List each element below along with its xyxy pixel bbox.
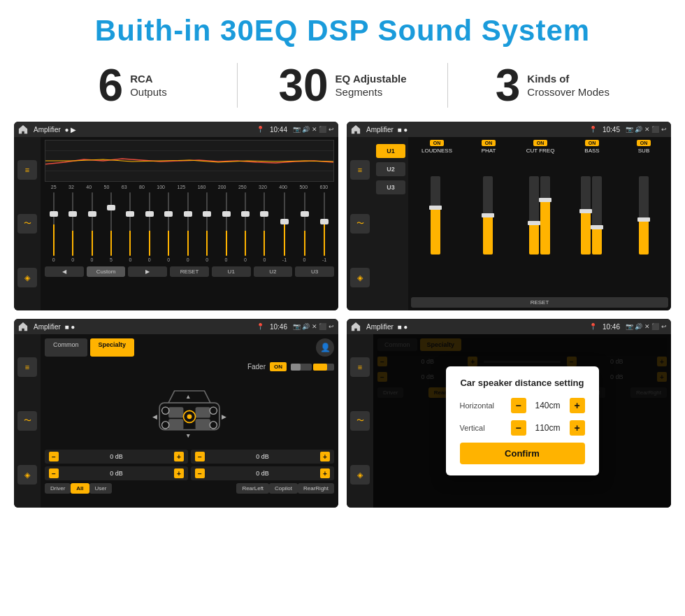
eq-slider-4[interactable]: 0 xyxy=(129,192,131,262)
fader-btn-user[interactable]: User xyxy=(89,483,113,494)
vol-minus-1[interactable]: − xyxy=(49,452,59,461)
home-icon-1 xyxy=(18,124,28,134)
eq-slider-8[interactable]: 0 xyxy=(206,192,208,262)
vertical-plus-btn[interactable]: + xyxy=(570,420,585,436)
xo-reset-btn[interactable]: RESET xyxy=(411,297,668,308)
eq-slider-11[interactable]: 0 xyxy=(263,192,266,262)
status-icons-4: 📍 xyxy=(589,323,597,330)
xo-preset-u2[interactable]: U2 xyxy=(376,162,405,176)
fader-h-sliders xyxy=(291,364,334,371)
user-icon[interactable]: 👤 xyxy=(316,338,334,357)
svg-rect-8 xyxy=(196,419,210,429)
eq-slider-3[interactable]: 5 xyxy=(110,192,113,262)
eq-side-btn-1[interactable]: ≡ xyxy=(17,160,37,180)
xo-preset-u3[interactable]: U3 xyxy=(376,180,405,194)
eq-slider-9[interactable]: 0 xyxy=(225,192,228,262)
xo-side-btn-1[interactable]: ≡ xyxy=(350,160,370,180)
xo-slider-phat[interactable] xyxy=(463,157,512,255)
eq-reset-btn[interactable]: RESET xyxy=(170,266,209,277)
fader-side-btn-2[interactable]: 〜 xyxy=(17,411,37,431)
svg-point-12 xyxy=(210,407,217,414)
eq-slider-12[interactable]: -1 xyxy=(282,192,287,262)
eq-side-btn-2[interactable]: 〜 xyxy=(17,214,37,234)
fader-header: Fader ON xyxy=(45,362,334,371)
vol-plus-3[interactable]: + xyxy=(174,468,184,478)
vol-minus-3[interactable]: − xyxy=(49,468,59,478)
eq-slider-7[interactable]: 0 xyxy=(187,192,189,262)
eq-slider-14[interactable]: -1 xyxy=(322,192,326,262)
xo-side-btn-3[interactable]: ◈ xyxy=(350,268,370,287)
wave-icon-2: 〜 xyxy=(356,218,364,229)
vertical-minus-btn[interactable]: − xyxy=(511,420,526,436)
svg-rect-6 xyxy=(196,407,210,417)
eq-u3-btn[interactable]: U3 xyxy=(295,266,334,277)
dist-main-panel: Common Specialty − 0 dB + − 0 dB xyxy=(373,334,671,508)
xo-slider-loudness[interactable] xyxy=(411,157,460,255)
svg-text:◀: ◀ xyxy=(152,413,157,420)
eq-u2-btn[interactable]: U2 xyxy=(254,266,293,277)
speaker-icon-2: ◈ xyxy=(357,273,363,282)
eq-next-btn[interactable]: ▶ xyxy=(128,266,167,277)
screen1-body: ≡ 〜 ◈ xyxy=(14,137,338,310)
vol-plus-1[interactable]: + xyxy=(174,452,184,461)
status-bar-3: Amplifier ■ ● 📍 10:46 📷 🔊 ✕ ⬛ ↩ xyxy=(14,319,338,334)
status-time-4: 10:46 xyxy=(603,323,620,331)
vol-plus-2[interactable]: + xyxy=(320,452,330,461)
eq-side-btn-3[interactable]: ◈ xyxy=(17,268,37,287)
xo-slider-bass[interactable] xyxy=(567,157,616,255)
fader-side-btn-1[interactable]: ≡ xyxy=(17,357,37,377)
eq-slider-0[interactable]: 0 xyxy=(52,192,55,262)
tab-specialty[interactable]: Specialty xyxy=(90,338,135,357)
eq-slider-5[interactable]: 0 xyxy=(148,192,151,262)
svg-text:▲: ▲ xyxy=(185,393,191,400)
modal-horizontal-row: Horizontal − 140cm + xyxy=(460,398,585,413)
eq-slider-13[interactable]: 0 xyxy=(303,192,306,262)
fader-tabs: Common Specialty 👤 xyxy=(45,338,334,357)
vol-plus-4[interactable]: + xyxy=(320,468,330,478)
dist-side-btn-1[interactable]: ≡ xyxy=(350,357,370,377)
fader-btn-rearright[interactable]: RearRight xyxy=(298,483,334,494)
stat-number-eq: 30 xyxy=(278,63,328,108)
horizontal-value: 140cm xyxy=(531,401,565,410)
dist-side-btn-2[interactable]: 〜 xyxy=(350,411,370,431)
eq-band-labels: 25 32 40 50 63 80 100 125 160 200 250 32… xyxy=(45,185,334,189)
vol-minus-2[interactable]: − xyxy=(195,452,205,461)
vertical-value: 110cm xyxy=(531,423,565,433)
svg-rect-7 xyxy=(168,419,183,429)
fader-side-btn-3[interactable]: ◈ xyxy=(17,465,37,485)
eq-u1-btn[interactable]: U1 xyxy=(212,266,251,277)
eq-slider-2[interactable]: 0 xyxy=(91,192,94,262)
confirm-button[interactable]: Confirm xyxy=(460,443,585,464)
fader-btn-driver[interactable]: Driver xyxy=(45,483,71,494)
dist-side-btn-3[interactable]: ◈ xyxy=(350,465,370,485)
eq-custom-btn[interactable]: Custom xyxy=(87,266,126,277)
xo-ch-phat: ON PHAT xyxy=(464,140,513,154)
vol-minus-4[interactable]: − xyxy=(195,468,205,478)
xo-side-btn-2[interactable]: 〜 xyxy=(350,214,370,234)
eq-slider-1[interactable]: 0 xyxy=(71,192,74,262)
horizontal-minus-btn[interactable]: − xyxy=(511,398,526,413)
eq-bottom-controls: ◀ Custom ▶ RESET U1 U2 U3 xyxy=(45,266,334,277)
fader-btn-all[interactable]: All xyxy=(71,483,89,494)
stat-eq: 30 EQ Adjustable Segments xyxy=(237,63,447,108)
screen-eq: Amplifier ● ▶ 📍 10:44 📷 🔊 ✕ ⬛ ↩ ≡ 〜 ◈ xyxy=(14,122,338,310)
xo-slider-sub[interactable] xyxy=(619,157,668,255)
fader-on-toggle[interactable]: ON xyxy=(270,362,287,371)
eq-slider-10[interactable]: 0 xyxy=(244,192,247,262)
screen-distance: Amplifier ■ ● 📍 10:46 📷 🔊 ✕ ⬛ ↩ ≡ 〜 ◈ Co… xyxy=(347,319,671,508)
horizontal-plus-btn[interactable]: + xyxy=(570,398,585,413)
car-diagram: ▲ ▼ ◀ ▶ xyxy=(45,377,334,447)
xo-slider-cutfreq[interactable] xyxy=(515,157,564,255)
status-time-2: 10:45 xyxy=(603,126,620,134)
screens-grid: Amplifier ● ▶ 📍 10:44 📷 🔊 ✕ ⬛ ↩ ≡ 〜 ◈ xyxy=(0,117,685,515)
modal-vertical-label: Vertical xyxy=(460,424,505,432)
xo-preset-u1[interactable]: U1 xyxy=(376,144,405,158)
eq-prev-btn[interactable]: ◀ xyxy=(45,266,84,277)
tab-common[interactable]: Common xyxy=(45,338,87,357)
eq-slider-6[interactable]: 0 xyxy=(167,192,170,262)
fader-btn-copilot[interactable]: Copilot xyxy=(269,483,298,494)
xo-ch-bass: ON BASS xyxy=(568,140,616,154)
svg-point-10 xyxy=(187,414,192,419)
fader-btn-rearleft[interactable]: RearLeft xyxy=(236,483,269,494)
screen2-body: ≡ 〜 ◈ U1 U2 U3 ON xyxy=(347,137,671,310)
